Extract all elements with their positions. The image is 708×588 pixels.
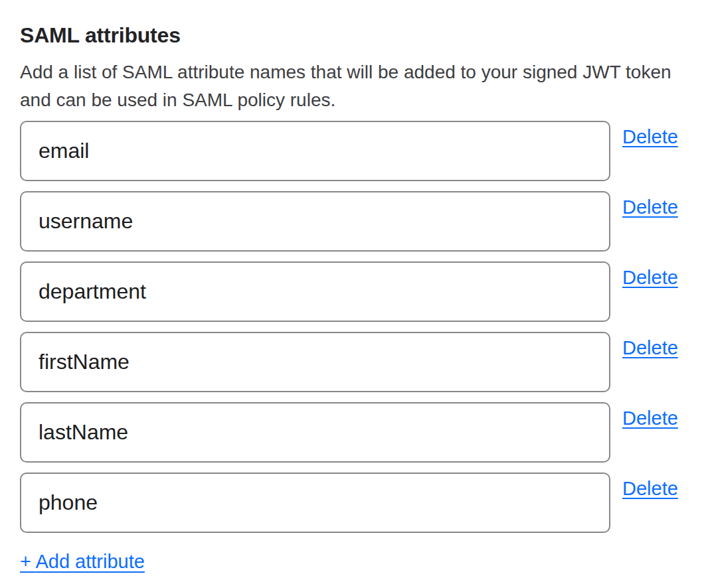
add-attribute-link[interactable]: + Add attribute [20, 551, 145, 573]
plus-icon: + [20, 551, 31, 572]
add-attribute-label: Add attribute [35, 551, 144, 572]
attribute-row: Delete [20, 121, 688, 181]
delete-attribute-link[interactable]: Delete [622, 407, 678, 429]
attribute-input-phone[interactable] [20, 473, 610, 533]
delete-attribute-link[interactable]: Delete [622, 126, 678, 147]
attribute-row: Delete [20, 402, 688, 463]
section-description: Add a list of SAML attribute names that … [20, 58, 688, 114]
delete-attribute-link[interactable]: Delete [622, 267, 678, 288]
section-title: SAML attributes [20, 23, 688, 48]
attribute-input-lastname[interactable] [20, 402, 610, 463]
attribute-row: Delete [20, 261, 688, 322]
saml-attributes-section: SAML attributes Add a list of SAML attri… [0, 0, 708, 573]
delete-attribute-link[interactable]: Delete [622, 337, 678, 358]
attribute-input-email[interactable] [20, 121, 610, 181]
attribute-row: Delete [20, 191, 688, 252]
attribute-input-firstname[interactable] [20, 332, 610, 392]
attribute-row: Delete [20, 473, 688, 533]
attribute-input-username[interactable] [20, 191, 610, 252]
attribute-input-department[interactable] [20, 261, 610, 322]
delete-attribute-link[interactable]: Delete [622, 196, 678, 218]
delete-attribute-link[interactable]: Delete [622, 478, 678, 499]
section-description-line-2: and can be used in SAML policy rules. [20, 90, 335, 110]
section-description-line-1: Add a list of SAML attribute names that … [20, 62, 671, 82]
attribute-row: Delete [20, 332, 688, 392]
